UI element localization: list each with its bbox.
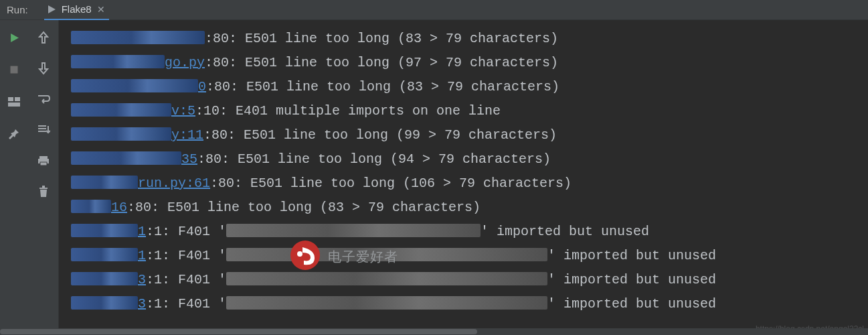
lint-message: :1: F401 ' [146, 248, 226, 263]
obscured-text [226, 224, 481, 237]
toolbar-secondary [28, 20, 59, 335]
run-tool-window-header: Run: Flake8 ✕ [0, 0, 868, 20]
file-link[interactable]: 1 [138, 248, 146, 263]
close-icon[interactable]: ✕ [97, 4, 105, 15]
svg-marker-0 [48, 5, 56, 13]
horizontal-scrollbar[interactable] [0, 328, 868, 335]
obscured-path [71, 127, 171, 141]
run-label: Run: [7, 4, 28, 15]
output-line: 3:1: F401 '' imported but unused [71, 292, 868, 316]
lint-message: :80: E501 line too long (83 > 79 charact… [205, 31, 558, 46]
play-icon [47, 5, 56, 14]
tab-label: Flake8 [62, 3, 92, 15]
file-link[interactable]: 1 [138, 224, 146, 239]
stop-button[interactable] [5, 62, 23, 78]
lint-message-tail: ' imported but unused [547, 272, 716, 287]
obscured-text [226, 272, 547, 285]
up-icon[interactable] [34, 29, 53, 46]
lint-message: :80: E501 line too long (94 > 79 charact… [197, 151, 551, 167]
obscured-path [71, 248, 138, 261]
file-link[interactable]: 3 [138, 272, 146, 287]
file-link[interactable]: 3 [138, 296, 146, 312]
output-line: 0:80: E501 line too long (83 > 79 charac… [71, 75, 868, 99]
lint-message: :1: F401 ' [146, 224, 226, 239]
obscured-text [226, 296, 547, 310]
svg-rect-5 [8, 103, 20, 107]
obscured-path [71, 176, 138, 189]
obscured-path [71, 79, 198, 92]
obscured-path [71, 31, 205, 44]
svg-marker-1 [11, 34, 19, 42]
down-icon[interactable] [34, 60, 53, 76]
obscured-path [71, 151, 181, 165]
lint-message: :80: E501 line too long (106 > 79 charac… [210, 176, 572, 191]
file-link[interactable]: run.py:61 [138, 176, 210, 191]
output-line: 35:80: E501 line too long (94 > 79 chara… [71, 147, 868, 172]
file-link[interactable]: go.py [165, 55, 205, 70]
output-line: y:11:80: E501 line too long (99 > 79 cha… [71, 123, 868, 147]
run-tool-window-body: :80: E501 line too long (83 > 79 charact… [0, 20, 868, 335]
output-line: 3:1: F401 '' imported but unused [71, 268, 868, 292]
scrollbar-thumb[interactable] [0, 329, 477, 334]
svg-rect-6 [39, 156, 48, 159]
lint-message: :80: E501 line too long (83 > 79 charact… [206, 79, 559, 94]
output-line: 1:1: F401 '' imported but unused [71, 220, 868, 244]
obscured-path [71, 272, 138, 285]
run-button[interactable] [5, 29, 23, 46]
output-line: run.py:61:80: E501 line too long (106 > … [71, 172, 868, 196]
layout-icon[interactable] [5, 94, 23, 110]
lint-message: :80: E501 line too long (99 > 79 charact… [203, 127, 557, 143]
output-line: go.py:80: E501 line too long (97 > 79 ch… [71, 51, 868, 75]
output-line: v:5:10: E401 multiple imports on one lin… [71, 99, 868, 123]
lint-message: :80: E501 line too long (83 > 79 charact… [127, 200, 481, 215]
run-configuration-tab[interactable]: Flake8 ✕ [44, 0, 109, 20]
file-link[interactable]: 16 [111, 200, 127, 215]
obscured-path [71, 55, 165, 68]
obscured-path [71, 224, 138, 237]
file-link[interactable]: v:5 [171, 103, 195, 119]
svg-rect-2 [11, 66, 18, 74]
lint-message-tail: ' imported but unused [547, 248, 716, 263]
output-line: :80: E501 line too long (83 > 79 charact… [71, 27, 868, 51]
pin-icon[interactable] [5, 126, 23, 142]
obscured-path [71, 200, 111, 213]
svg-rect-10 [42, 186, 45, 188]
obscured-text [226, 248, 547, 261]
file-link[interactable]: 35 [181, 151, 197, 167]
file-link[interactable]: y:11 [171, 127, 203, 143]
toolbar-left [0, 20, 28, 335]
file-link[interactable]: 0 [198, 79, 206, 94]
console-output[interactable]: :80: E501 line too long (83 > 79 charact… [59, 20, 868, 335]
svg-rect-8 [40, 162, 47, 165]
lint-message-tail: ' imported but unused [547, 296, 716, 312]
lint-message-tail: ' imported but unused [481, 224, 649, 239]
soft-wrap-icon[interactable] [34, 91, 53, 107]
scroll-to-end-icon[interactable] [34, 122, 53, 138]
svg-rect-4 [15, 97, 20, 101]
trash-icon[interactable] [34, 184, 53, 200]
svg-rect-9 [39, 188, 48, 189]
lint-message: :80: E501 line too long (97 > 79 charact… [205, 55, 558, 70]
lint-message: :1: F401 ' [146, 272, 226, 287]
output-line: 16:80: E501 line too long (83 > 79 chara… [71, 196, 868, 220]
print-icon[interactable] [34, 153, 53, 169]
output-line: 1:1: F401 '' imported but unused [71, 244, 868, 268]
obscured-path [71, 103, 171, 117]
lint-message: :1: F401 ' [146, 296, 226, 312]
obscured-path [71, 296, 138, 310]
lint-message: :10: E401 multiple imports on one line [195, 103, 501, 119]
svg-rect-3 [8, 97, 13, 101]
